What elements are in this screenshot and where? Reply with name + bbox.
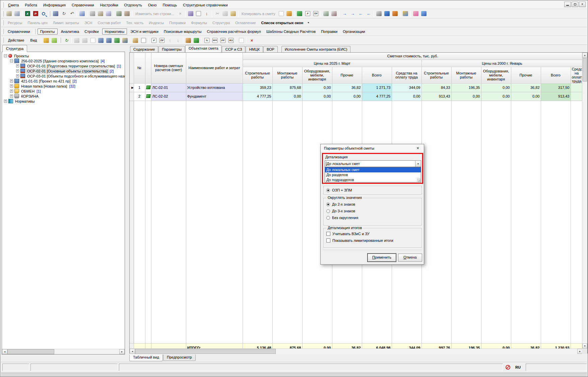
- expand-icon[interactable]: +: [10, 90, 13, 93]
- globe-icon[interactable]: [113, 37, 121, 44]
- cell-value[interactable]: 913,43: [421, 92, 451, 101]
- scroll-right-icon[interactable]: ►: [119, 349, 125, 354]
- cell-work-name[interactable]: Устройство котлована: [186, 83, 243, 92]
- open-windows-list-button[interactable]: Список открытых окон: [258, 21, 306, 25]
- close-button[interactable]: ×: [579, 2, 586, 7]
- tree-item-label[interactable]: ОСР-01-01 [Подготовка территории строите…: [26, 64, 116, 68]
- toolbar-grip[interactable]: [2, 2, 4, 8]
- m29-icon[interactable]: М29: [211, 37, 219, 44]
- page-new-icon[interactable]: [139, 37, 147, 44]
- folder-collapse-icon[interactable]: [50, 37, 58, 44]
- dialog-close-icon[interactable]: ×: [414, 145, 422, 151]
- cell-value[interactable]: 875,68: [272, 83, 302, 92]
- cancel-button[interactable]: Отмена: [398, 254, 422, 262]
- tree-p-icon[interactable]: [322, 10, 330, 17]
- dialog-title-bar[interactable]: Параметры объектной сметы ×: [321, 144, 424, 152]
- toolbar-grip[interactable]: [2, 11, 4, 16]
- workspace-tab-normativy[interactable]: Нормативы: [102, 29, 127, 35]
- cell-row-number[interactable]: 1: [134, 83, 145, 92]
- cell-value[interactable]: 0,00: [302, 92, 332, 101]
- level-insert-icon[interactable]: →: [348, 10, 356, 17]
- tree-pr-icon[interactable]: [330, 10, 338, 17]
- estimate-new-icon[interactable]: [88, 10, 96, 17]
- menu-otdohnut[interactable]: Отдохнуть: [121, 2, 145, 8]
- price-p-icon[interactable]: P: [304, 10, 312, 17]
- restore-button[interactable]: [572, 2, 578, 7]
- cell-value-total[interactable]: 317,50: [541, 83, 571, 92]
- menu-strukturnye-spravochniki[interactable]: Структурные справочники: [180, 2, 231, 8]
- tree-item-label[interactable]: КОРЗИНА: [20, 94, 39, 98]
- tree-item-osr-02-01[interactable]: + ОСР-02-01 [Основные объекты строительс…: [2, 68, 125, 73]
- menu-vid[interactable]: Вид: [27, 37, 40, 43]
- materials-icon[interactable]: [391, 10, 399, 17]
- contractors-icon[interactable]: [184, 37, 192, 44]
- grid-row-2[interactable]: 2 ЛС-02-02 Фундамент 4 777,25 0,00 0,00 …: [130, 92, 583, 101]
- tree-item-label-selected[interactable]: ОСР-02-01 [Основные объекты строительств…: [26, 69, 108, 73]
- tree-item-osr-03-01[interactable]: + ОСР-03-01 [Объекты подсобного и обслуж…: [2, 73, 125, 78]
- menu-spravochniki[interactable]: Справочники: [69, 2, 97, 8]
- option-local-estimates[interactable]: До локальных смет: [325, 167, 421, 172]
- level-add-icon[interactable]: →: [340, 10, 348, 17]
- workspace-tab-proekty[interactable]: Проекты: [38, 29, 58, 35]
- scrollbar-thumb[interactable]: [135, 349, 276, 354]
- refresh-green-icon[interactable]: ↻: [62, 37, 70, 44]
- tree-item-label[interactable]: 256-02-2025 [Здание спортивного комплекс…: [20, 59, 99, 63]
- radio-no-rounding[interactable]: [326, 216, 330, 220]
- cell-value[interactable]: 36,82: [511, 83, 541, 92]
- cell-value[interactable]: 0,00: [451, 92, 481, 101]
- price-pr-icon[interactable]: ПР: [312, 10, 320, 17]
- tree-item-label[interactable]: Проекты: [13, 54, 29, 58]
- mail-icon[interactable]: [121, 37, 129, 44]
- scrollbar-thumb[interactable]: [7, 349, 54, 354]
- scrollbar-thumb[interactable]: [583, 58, 587, 82]
- pdf-export-icon[interactable]: P: [31, 10, 40, 17]
- list-resize-grip[interactable]: [417, 178, 420, 182]
- cell-value-total[interactable]: 4 777,25: [362, 92, 392, 101]
- tab-struktura[interactable]: Структура: [2, 45, 27, 52]
- tab-soderzhanie[interactable]: Содержание: [130, 46, 158, 52]
- cell-value[interactable]: 0,00: [481, 92, 511, 101]
- delivery-truck-icon[interactable]: [401, 10, 409, 17]
- cell-value[interactable]: 4 777,25: [243, 92, 272, 101]
- expand-icon[interactable]: +: [16, 69, 19, 72]
- expand-icon[interactable]: +: [16, 74, 19, 77]
- level-outdent-icon[interactable]: ←: [356, 10, 365, 17]
- price-pr-icon[interactable]: ПР: [158, 37, 166, 44]
- grid-vertical-scrollbar[interactable]: ▲ ▼: [582, 53, 587, 348]
- toolbar-grip[interactable]: [34, 29, 36, 34]
- cell-value[interactable]: 359,23: [243, 83, 272, 92]
- cell-value-total[interactable]: 913,43: [541, 92, 571, 101]
- workspace-tab-spravochniki[interactable]: Справочники: [5, 29, 33, 35]
- menu-okno[interactable]: Окно: [145, 2, 160, 8]
- cell-value[interactable]: 0,00: [302, 83, 332, 92]
- cell-value[interactable]: 84,33: [421, 83, 451, 92]
- detail-combobox[interactable]: До локальных смет ▼: [325, 160, 421, 167]
- search-icon[interactable]: [40, 10, 48, 17]
- combobox-dropdown-icon[interactable]: ▼: [415, 161, 421, 167]
- tree-item-label[interactable]: Нормативы: [14, 99, 36, 103]
- estimate-question-icon[interactable]: [105, 10, 113, 17]
- menu-rabota[interactable]: Работа: [22, 2, 40, 8]
- workspace-tab-organizacii[interactable]: Организации: [340, 29, 368, 35]
- menu-informaciya[interactable]: Информация: [40, 2, 69, 8]
- expand-icon[interactable]: +: [16, 64, 19, 67]
- expand-icon[interactable]: +: [10, 85, 13, 88]
- cell-value-total[interactable]: 1 271,73: [362, 83, 392, 92]
- radio-round-3-digits[interactable]: [326, 209, 330, 213]
- cell-value[interactable]: 344,09: [392, 83, 421, 92]
- house-new-icon[interactable]: [131, 37, 139, 44]
- menu-nastroyki[interactable]: Настройки: [97, 2, 121, 8]
- pp-icon[interactable]: РР: [219, 37, 227, 44]
- paste-page-icon[interactable]: [285, 10, 293, 17]
- cell-value[interactable]: 196,35: [451, 83, 481, 92]
- tab-parametry[interactable]: Параметры: [158, 46, 185, 52]
- tree-item-korzina[interactable]: + КОРЗИНА: [2, 94, 125, 99]
- workspace-tab-analitika[interactable]: Аналитика: [58, 29, 82, 35]
- checkbox-vzis-zu[interactable]: [326, 232, 330, 236]
- level-indent-icon[interactable]: ←: [365, 10, 373, 17]
- scroll-down-icon[interactable]: ▼: [582, 343, 587, 348]
- menu-smeta[interactable]: Смета: [5, 2, 22, 8]
- panel-splitter[interactable]: [125, 45, 129, 361]
- toolbar-grip[interactable]: [59, 38, 61, 43]
- cell-value-clipped[interactable]: [571, 92, 583, 101]
